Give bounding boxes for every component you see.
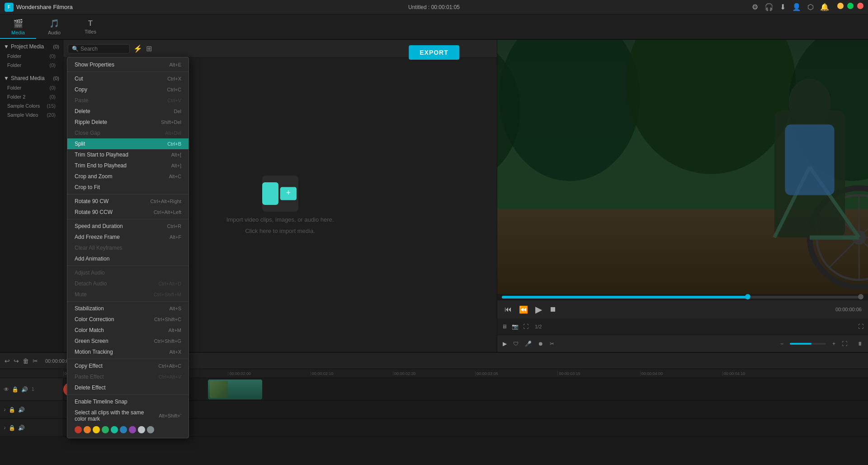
menu-enable-snap[interactable]: Enable Timeline Snap [67, 396, 189, 407]
color-dot-teal[interactable] [111, 426, 118, 433]
menu-stabilization[interactable]: Stabilization Alt+S [67, 303, 189, 314]
menu-crop-fit[interactable]: Crop to Fit [67, 182, 189, 193]
pause-icon-2[interactable]: ⏸ [857, 341, 863, 347]
expand-icon[interactable]: ⛶ [858, 323, 863, 330]
menu-trim-start[interactable]: Trim Start to Playhead Alt+[ [67, 149, 189, 160]
menu-mute: Mute Ctrl+Shift+M [67, 289, 189, 300]
camera-icon[interactable]: 📷 [512, 323, 519, 330]
preview-image [497, 40, 868, 294]
sample-video-item[interactable]: Sample Video (20) [0, 110, 63, 119]
export-button[interactable]: EXPORT [409, 45, 459, 60]
monitor-icon[interactable]: 🖥 [502, 323, 507, 330]
tab-titles-label: Titles [85, 29, 96, 34]
record-icon[interactable]: ⏺ [538, 341, 543, 347]
progress-handle[interactable] [745, 294, 750, 299]
color-dot-red[interactable] [75, 426, 82, 433]
stop-button[interactable]: ⏹ [548, 304, 557, 314]
audio-track-icon: ♪ [4, 407, 6, 412]
menu-speed-duration[interactable]: Speed and Duration Ctrl+R [67, 221, 189, 232]
sample-colors-item[interactable]: Sample Colors (15) [0, 101, 63, 110]
play-icon-2[interactable]: ▶ [503, 341, 507, 347]
minimize-button[interactable] [837, 3, 844, 9]
eye-icon[interactable]: 👁 [4, 386, 9, 393]
grid-icon[interactable]: ⊞ [146, 44, 152, 53]
lock-icon[interactable]: 🔒 [12, 386, 19, 393]
project-folder-2[interactable]: Folder (0) [0, 61, 63, 70]
maximize-button[interactable] [847, 3, 854, 9]
zoom-in-icon[interactable]: + [832, 341, 835, 347]
menu-trim-end[interactable]: Trim End to Playhead Alt+] [67, 160, 189, 171]
shield-icon[interactable]: 🛡 [513, 341, 519, 347]
color-dot-lightgray[interactable] [138, 426, 145, 433]
speaker-icon-2[interactable]: 🔊 [18, 425, 25, 431]
tab-media[interactable]: 🎬 Media [0, 15, 36, 39]
notification-icon[interactable]: 🔔 [820, 3, 829, 11]
track-label: 1 [32, 387, 34, 392]
search-box[interactable]: 🔍 [68, 44, 130, 53]
menu-freeze-frame[interactable]: Add Freeze Frame Alt+F [67, 232, 189, 242]
delete-clip-icon[interactable]: 🗑 [23, 357, 29, 365]
menu-rotate-ccw[interactable]: Rotate 90 CCW Ctrl+Alt+Left [67, 207, 189, 218]
preview-panel: ⏮ ⏪ ▶ ⏹ 00:00:00:06 🖥 📷 ⛶ 1/2 ⛶ ▶ 🛡 🎤 ⏺ … [497, 40, 868, 352]
step-back-button[interactable]: ⏪ [518, 304, 529, 315]
menu-split[interactable]: Split Ctrl+B [67, 138, 189, 149]
undo-icon[interactable]: ↩ [5, 357, 10, 365]
progress-track[interactable] [502, 296, 863, 299]
preview-video [497, 40, 868, 294]
menu-cut[interactable]: Cut Ctrl+X [67, 73, 189, 84]
color-dot-gray[interactable] [147, 426, 154, 433]
headphone-icon[interactable]: 🎧 [764, 3, 774, 11]
mic-icon[interactable]: 🎤 [525, 341, 532, 347]
redo-icon[interactable]: ↪ [14, 357, 19, 365]
menu-delete-effect[interactable]: Delete Effect [67, 382, 189, 393]
color-dot-orange[interactable] [84, 426, 91, 433]
tab-audio[interactable]: 🎵 Audio [36, 15, 72, 39]
menu-add-animation[interactable]: Add Animation [67, 253, 189, 264]
color-dot-blue[interactable] [120, 426, 127, 433]
share-icon[interactable]: ⬡ [807, 3, 814, 11]
menu-rotate-cw[interactable]: Rotate 90 CW Ctrl+Alt+Right [67, 196, 189, 207]
menu-color-match[interactable]: Color Match Alt+M [67, 325, 189, 336]
fit-icon[interactable]: ⛶ [842, 341, 847, 347]
play-button[interactable]: ▶ [534, 303, 543, 316]
zoom-slider[interactable] [790, 343, 826, 345]
lock-icon-3[interactable]: 🔒 [9, 425, 15, 431]
settings-icon[interactable]: ⚙ [752, 3, 758, 11]
search-input[interactable] [80, 46, 126, 52]
shared-folder-2[interactable]: Folder 2 (0) [0, 92, 63, 101]
color-dot-yellow[interactable] [93, 426, 100, 433]
cut-icon[interactable]: ✂ [33, 357, 38, 365]
app-logo: F Wondershare Filmora [5, 3, 73, 12]
zoom-out-icon[interactable]: − [780, 341, 783, 347]
project-media-header[interactable]: ▼ Project Media (0) [0, 42, 63, 52]
clip-2[interactable] [208, 380, 262, 399]
skip-back-button[interactable]: ⏮ [504, 304, 513, 314]
shared-media-header[interactable]: ▼ Shared Media (0) [0, 73, 63, 83]
menu-ripple-delete[interactable]: Ripple Delete Shift+Del [67, 117, 189, 128]
project-folder-1[interactable]: Folder (0) [0, 52, 63, 61]
shared-media-section: ▼ Shared Media (0) Folder (0) Folder 2 (… [0, 71, 63, 121]
menu-green-screen[interactable]: Green Screen Ctrl+Shift+G [67, 336, 189, 346]
download-icon[interactable]: ⬇ [780, 3, 786, 11]
menu-color-correction[interactable]: Color Correction Ctrl+Shift+C [67, 314, 189, 325]
menu-copy-effect[interactable]: Copy Effect Ctrl+Alt+C [67, 361, 189, 371]
filter-icon[interactable]: ⚡ [133, 44, 142, 53]
menu-show-properties[interactable]: Show Properties Alt+E [67, 59, 189, 70]
audio-wave-icon[interactable]: 🔊 [21, 386, 28, 393]
menu-motion-tracking[interactable]: Motion Tracking Alt+X [67, 346, 189, 357]
speaker-icon[interactable]: 🔊 [18, 407, 25, 413]
menu-crop-zoom[interactable]: Crop and Zoom Alt+C [67, 171, 189, 182]
color-dot-purple[interactable] [129, 426, 136, 433]
shared-folder-1[interactable]: Folder (0) [0, 83, 63, 92]
split-icon[interactable]: ✂ [550, 341, 554, 347]
fullscreen-icon[interactable]: ⛶ [523, 323, 528, 330]
menu-select-same-color[interactable]: Select all clips with the same color mar… [67, 407, 189, 424]
lock-icon-2[interactable]: 🔒 [9, 407, 15, 413]
preview-progress-bar[interactable] [497, 294, 868, 300]
menu-delete[interactable]: Delete Del [67, 106, 189, 117]
close-button[interactable] [857, 3, 863, 9]
tab-titles[interactable]: T Titles [72, 15, 108, 39]
color-dot-green[interactable] [102, 426, 109, 433]
account-icon[interactable]: 👤 [792, 3, 801, 11]
menu-copy[interactable]: Copy Ctrl+C [67, 84, 189, 95]
